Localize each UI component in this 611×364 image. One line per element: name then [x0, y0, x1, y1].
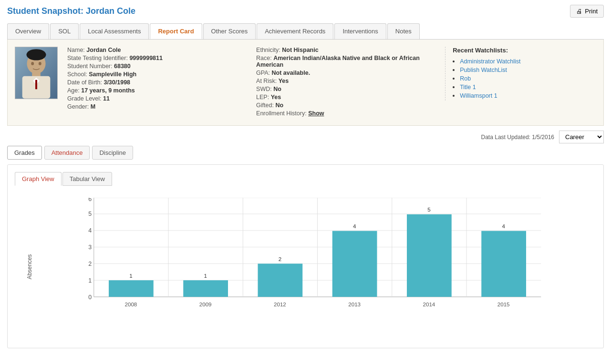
gpa-label: GPA: [256, 70, 270, 76]
school-value: Sampleville High [89, 71, 136, 78]
swd-label: SWD: [256, 86, 272, 92]
svg-text:2013: 2013 [348, 301, 361, 307]
race-label: Race: [256, 55, 272, 61]
print-button[interactable]: 🖨 Print [570, 5, 604, 18]
tab-other-scores[interactable]: Other Scores [203, 23, 256, 39]
gender-value: M [91, 103, 95, 110]
gifted-row: Gifted: No [256, 102, 435, 109]
ethnicity-label: Ethnicity: [256, 47, 280, 53]
dob-row: Date of Birth: 3/30/1998 [67, 79, 247, 86]
bar-2009 [183, 280, 228, 297]
bar-2012 [258, 263, 303, 297]
svg-text:2008: 2008 [125, 301, 137, 307]
gpa-value: Not available. [272, 70, 311, 76]
tab-report-card[interactable]: Report Card [150, 23, 202, 39]
lep-label: LEP: [256, 94, 269, 101]
watchlist-link-2[interactable]: Publish WatchList [460, 67, 507, 73]
watchlist-link-5[interactable]: Williamsport 1 [460, 92, 497, 99]
svg-text:5: 5 [427, 206, 430, 212]
svg-text:2009: 2009 [199, 301, 212, 307]
lep-row: LEP: Yes [256, 94, 435, 101]
watchlist-link-3[interactable]: Rob [460, 75, 471, 82]
watchlist-link-4[interactable]: Title 1 [460, 84, 476, 91]
student-info-section: Name: Jordan Cole State Testing Identifi… [7, 40, 604, 126]
at-risk-value: Yes [279, 78, 289, 84]
enrollment-show-link[interactable]: Show [308, 110, 324, 117]
career-select[interactable]: Career Year Quarter Semester [559, 131, 604, 143]
name-value: Jordan Cole [86, 47, 121, 53]
view-tab-tabular[interactable]: Tabular View [62, 172, 112, 186]
sub-tab-attendance[interactable]: Attendance [44, 146, 90, 160]
age-label: Age: [67, 87, 80, 94]
data-updated-label: Data Last Updated: 1/5/2016 [481, 134, 554, 141]
bar-2008 [109, 280, 154, 297]
svg-text:0: 0 [88, 294, 92, 301]
grade-label: Grade Level: [67, 95, 102, 102]
gpa-row: GPA: Not available. [256, 70, 435, 76]
watchlist-section: Recent Watchlists: Administrator Watchli… [445, 47, 596, 101]
tab-overview[interactable]: Overview [7, 23, 49, 39]
svg-text:2: 2 [279, 256, 281, 262]
sub-tabs: Grades Attendance Discipline [7, 146, 604, 160]
svg-text:4: 4 [502, 223, 505, 229]
bar-2015 [481, 231, 526, 297]
student-details: Name: Jordan Cole State Testing Identifi… [67, 47, 247, 111]
svg-text:2012: 2012 [274, 301, 286, 307]
svg-text:5: 5 [88, 211, 92, 217]
tab-achievement-records[interactable]: Achievement Records [257, 23, 333, 39]
enrollment-row: Enrollment History: Show [256, 110, 435, 117]
bar-chart-wrapper: Absences 0 1 2 3 4 5 6 [15, 193, 596, 341]
name-label: Name: [67, 47, 85, 53]
swd-value: No [273, 86, 281, 92]
state-testing-value: 9999999811 [129, 55, 163, 61]
tab-local-assessments[interactable]: Local Assessments [80, 23, 149, 39]
svg-text:1: 1 [204, 273, 207, 279]
svg-point-8 [31, 62, 34, 65]
y-axis-label: Absences [26, 254, 33, 280]
watchlist-item: Publish WatchList [460, 66, 596, 73]
gifted-value: No [275, 102, 283, 109]
page-title: Student Snapshot: Jordan Cole [7, 6, 135, 16]
watchlist-item: Title 1 [460, 83, 596, 91]
tab-sol[interactable]: SOL [50, 23, 79, 39]
printer-icon: 🖨 [576, 8, 582, 15]
svg-text:2: 2 [88, 261, 92, 267]
sub-tab-grades[interactable]: Grades [7, 146, 42, 160]
gifted-label: Gifted: [256, 102, 274, 109]
lep-value: Yes [271, 94, 281, 101]
watchlist-title: Recent Watchlists: [453, 47, 596, 54]
student-number-label: Student Number: [67, 63, 113, 70]
svg-text:3: 3 [88, 244, 92, 251]
view-tabs: Graph View Tabular View [15, 172, 596, 186]
svg-text:1: 1 [129, 273, 132, 279]
student-number-row: Student Number: 68380 [67, 63, 247, 70]
watchlist-link-1[interactable]: Administrator Watchlist [460, 58, 520, 65]
sub-tab-discipline[interactable]: Discipline [92, 146, 133, 160]
svg-text:4: 4 [88, 227, 92, 234]
student-number-value: 68380 [114, 63, 131, 70]
view-tab-graph[interactable]: Graph View [15, 172, 62, 186]
school-row: School: Sampleville High [67, 71, 247, 78]
svg-point-9 [39, 62, 41, 65]
page-header: Student Snapshot: Jordan Cole 🖨 Print [7, 5, 604, 18]
name-row: Name: Jordan Cole [67, 47, 247, 53]
enrollment-label: Enrollment History: [256, 110, 307, 117]
title-prefix: Student Snapshot: [7, 6, 83, 16]
gender-row: Gender: M [67, 103, 247, 110]
ethnicity-row: Ethnicity: Not Hispanic [256, 47, 435, 53]
chart-container: Graph View Tabular View Absences 0 1 2 3… [7, 164, 604, 348]
grade-row: Grade Level: 11 [67, 95, 247, 102]
tab-notes[interactable]: Notes [387, 23, 420, 39]
swd-row: SWD: No [256, 86, 435, 92]
svg-text:1: 1 [88, 277, 92, 284]
watchlist-item: Administrator Watchlist [460, 58, 596, 65]
race-value: American Indian/Alaska Native and Black … [256, 55, 420, 68]
school-label: School: [67, 71, 87, 78]
svg-point-7 [26, 49, 46, 60]
svg-rect-6 [35, 80, 37, 90]
page-wrapper: Student Snapshot: Jordan Cole 🖨 Print Ov… [0, 0, 611, 364]
at-risk-label: At Risk: [256, 78, 277, 84]
svg-text:4: 4 [353, 223, 356, 229]
dob-label: Date of Birth: [67, 79, 102, 86]
tab-interventions[interactable]: Interventions [334, 23, 386, 39]
